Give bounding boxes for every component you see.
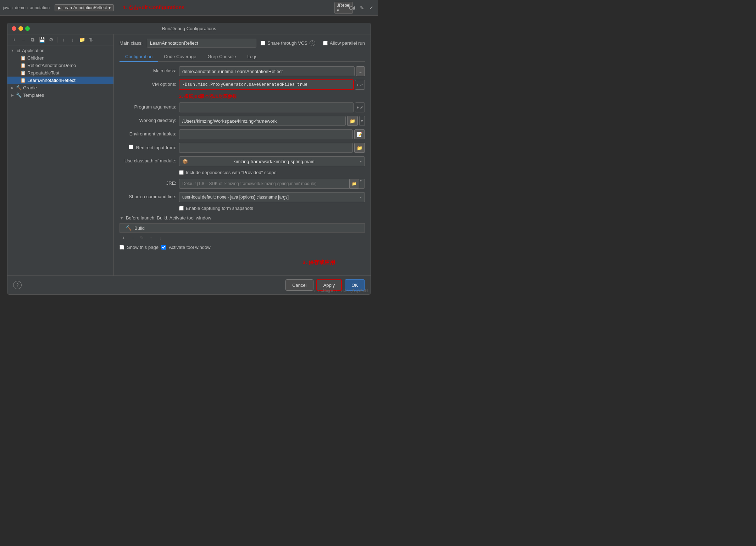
- name-input[interactable]: [147, 39, 256, 48]
- classpath-select[interactable]: 📦 kimzing-framework.kimzing-spring.main …: [179, 156, 365, 166]
- vm-options-label: VM options:: [119, 80, 176, 87]
- config-tree: ▼ 🖥 Application 📋 Children 📋 Refl: [7, 45, 113, 275]
- classpath-value: kimzing-framework.kimzing-spring.main: [233, 159, 314, 164]
- copy-config-button[interactable]: ⧉: [29, 36, 37, 44]
- tree-item-learn[interactable]: 📋 LearnAnnotationReflect: [7, 77, 113, 84]
- toggle-templates[interactable]: ▶: [10, 93, 15, 97]
- remove-task-button[interactable]: −: [129, 234, 137, 242]
- toggle-application[interactable]: ▼: [10, 49, 15, 52]
- close-button[interactable]: [12, 26, 16, 31]
- activate-checkbox[interactable]: [161, 245, 166, 250]
- toggle-gradle[interactable]: ▶: [10, 86, 15, 90]
- share-checkbox[interactable]: [261, 41, 265, 45]
- redirect-browse-button[interactable]: 📁: [354, 143, 365, 153]
- breadcrumb: java › demo › annotation: [3, 5, 50, 10]
- redirect-input[interactable]: [179, 143, 353, 153]
- env-vars-browse-button[interactable]: 📝: [354, 129, 365, 139]
- vm-options-input[interactable]: [179, 80, 354, 90]
- tree-item-application[interactable]: ▼ 🖥 Application: [7, 47, 113, 54]
- build-icon: 🔨: [126, 225, 132, 231]
- tree-item-reflect[interactable]: 📋 ReflectAnnotationDemo: [7, 62, 113, 69]
- working-dir-browse-button[interactable]: 📁: [347, 116, 358, 126]
- settings-button[interactable]: ⚙: [47, 36, 55, 44]
- share-help-icon[interactable]: ?: [310, 40, 315, 46]
- env-vars-input[interactable]: [179, 129, 353, 139]
- share-row: Share through VCS ? Allow parallel run: [261, 40, 365, 46]
- jre-select[interactable]: Default (1.8 – SDK of 'kimzing-framework…: [179, 179, 365, 189]
- dialog-wrapper: Run/Debug Configurations + − ⧉ 💾 ⚙ ↑ ↓ 📁…: [0, 16, 378, 302]
- main-class-input[interactable]: [179, 66, 355, 76]
- working-dir-field: 📁 ▾: [179, 116, 365, 126]
- allow-parallel-checkbox[interactable]: [323, 41, 328, 45]
- templates-label: Templates: [23, 93, 44, 98]
- redirect-checkbox[interactable]: [129, 145, 133, 149]
- redirect-row: Redirect input from: 📁: [119, 143, 365, 153]
- learn-label: LearnAnnotationReflect: [27, 78, 76, 83]
- shorten-cmd-arrow: ▾: [360, 195, 362, 199]
- shorten-cmd-field: user-local default: none - java [options…: [179, 192, 365, 202]
- add-config-button[interactable]: +: [10, 36, 18, 44]
- shorten-cmd-select[interactable]: user-local default: none - java [options…: [179, 192, 365, 202]
- snapshots-row: Enable capturing form snapshots: [119, 206, 365, 211]
- breadcrumb-annotation[interactable]: annotation: [30, 5, 50, 10]
- jre-value: Default (1.8 – SDK of 'kimzing-framework…: [182, 181, 317, 186]
- move-up-button[interactable]: ↑: [60, 36, 67, 44]
- tab-logs[interactable]: Logs: [242, 52, 263, 62]
- classpath-icon: 📦: [182, 159, 188, 164]
- working-dir-expand-button[interactable]: ▾: [359, 116, 365, 126]
- tree-item-children[interactable]: 📋 Children: [7, 54, 113, 62]
- run-config-icon: ▶: [58, 5, 61, 10]
- jre-row: JRE: Default (1.8 – SDK of 'kimzing-fram…: [119, 179, 365, 189]
- save-config-button[interactable]: 💾: [38, 36, 46, 44]
- edit-task-button[interactable]: ✎: [138, 234, 146, 242]
- minimize-button[interactable]: [18, 26, 23, 31]
- breadcrumb-java[interactable]: java: [3, 5, 11, 10]
- vm-options-row: VM options: + ⤢: [119, 80, 365, 90]
- allow-parallel-row: Allow parallel run: [323, 40, 365, 46]
- tree-item-gradle[interactable]: ▶ 🔨 Gradle: [7, 84, 113, 91]
- before-launch-section: ▼ Before launch: Build, Activate tool wi…: [119, 215, 365, 250]
- jre-browse-button[interactable]: 📁: [349, 179, 359, 189]
- git-icon-1[interactable]: ✎: [358, 4, 366, 12]
- program-args-input[interactable]: [179, 102, 354, 112]
- sort-button[interactable]: ⇅: [87, 36, 95, 44]
- program-args-expand-button[interactable]: + ⤢: [355, 102, 365, 112]
- maximize-button[interactable]: [25, 26, 30, 31]
- include-deps-row: Include dependencies with "Provided" sco…: [119, 170, 365, 175]
- redirect-label: Redirect input from:: [119, 143, 176, 150]
- working-dir-row: Working directory: 📁 ▾: [119, 116, 365, 126]
- reflect-label: ReflectAnnotationDemo: [27, 63, 76, 68]
- shorten-cmd-value: user-local default: none - java [options…: [182, 195, 289, 200]
- dialog-body: + − ⧉ 💾 ⚙ ↑ ↓ 📁 ⇅ ▼ 🖥 Applicat: [7, 34, 371, 275]
- tab-grep-console[interactable]: Grep Console: [202, 52, 241, 62]
- run-config-button[interactable]: ▶ LearnAnnotationReflect ▾: [55, 4, 113, 11]
- tree-item-repeatable[interactable]: 📋 RepeatableTest: [7, 69, 113, 77]
- show-page-checkbox[interactable]: [119, 245, 124, 250]
- include-deps-checkbox[interactable]: [179, 170, 184, 175]
- main-class-browse-button[interactable]: ...: [356, 66, 365, 76]
- move-down-button[interactable]: ↓: [69, 36, 77, 44]
- help-button[interactable]: ?: [13, 281, 22, 289]
- vm-options-expand-button[interactable]: + ⤢: [355, 80, 365, 90]
- activate-label: Activate tool window: [169, 245, 211, 250]
- jrebel-button[interactable]: JRebel ▾: [340, 4, 348, 12]
- program-args-field: + ⤢: [179, 102, 365, 112]
- folder-button[interactable]: 📁: [78, 36, 86, 44]
- tab-code-coverage[interactable]: Code Coverage: [158, 52, 202, 62]
- remove-config-button[interactable]: −: [20, 36, 27, 44]
- add-task-button[interactable]: +: [119, 234, 127, 242]
- jre-arrow: ▾: [360, 179, 362, 189]
- snapshots-checkbox[interactable]: [179, 206, 184, 211]
- cancel-button[interactable]: Cancel: [285, 279, 313, 291]
- working-dir-input[interactable]: [179, 116, 346, 126]
- before-launch-toggle[interactable]: ▼: [119, 216, 124, 221]
- breadcrumb-demo[interactable]: demo: [15, 5, 26, 10]
- tree-item-templates[interactable]: ▶ 🔧 Templates: [7, 91, 113, 99]
- jre-label: JRE:: [119, 179, 176, 186]
- move-task-down-button[interactable]: ↓: [156, 234, 164, 242]
- move-task-up-button[interactable]: ↑: [147, 234, 155, 242]
- tab-configuration[interactable]: Configuration: [119, 52, 158, 62]
- git-label: Git:: [349, 4, 357, 12]
- before-launch-title: Before launch: Build, Activate tool wind…: [126, 215, 211, 221]
- git-icon-2[interactable]: ✓: [367, 4, 375, 12]
